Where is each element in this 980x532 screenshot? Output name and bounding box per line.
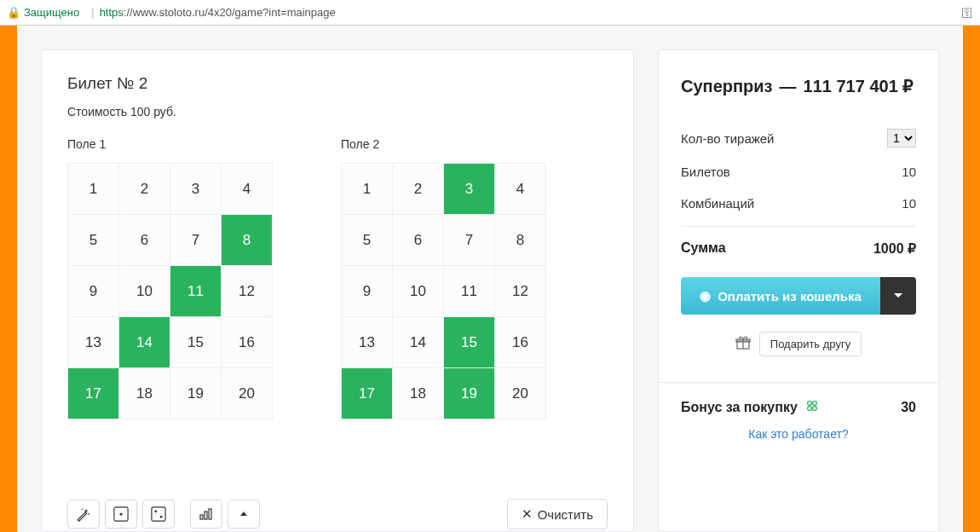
chevron-down-icon [893,292,903,299]
field-2-grid: 1234567891011121314151617181920 [341,163,546,419]
clear-label: Очистить [538,507,593,522]
gift-row: Подарить другу [681,332,916,356]
number-cell[interactable]: 8 [495,215,546,266]
clover-icon [804,398,820,417]
dice-1-button[interactable] [105,500,137,529]
combos-row: Комбинаций 10 [681,188,916,219]
number-cell[interactable]: 1 [68,164,119,215]
draws-row: Кол-во тиражей 1 [681,120,916,156]
draws-label: Кол-во тиражей [681,131,775,146]
total-value: 1000 ₽ [873,240,916,257]
number-cell[interactable]: 17 [68,368,119,419]
total-label: Сумма [681,240,726,257]
number-cell[interactable]: 10 [393,266,444,317]
close-icon: ✕ [522,506,533,522]
svg-point-3 [154,510,157,512]
number-cell[interactable]: 13 [68,317,119,368]
stats-button[interactable] [190,500,222,529]
number-cell[interactable]: 7 [170,215,222,266]
number-cell[interactable]: 18 [119,368,170,419]
number-cell[interactable]: 9 [68,266,119,317]
caret-up-button[interactable] [228,500,260,529]
key-icon[interactable]: ⚿ [961,6,973,20]
magic-wand-button[interactable] [67,500,100,529]
tickets-label: Билетов [681,165,730,179]
ticket-toolbar: ✕ Очистить [67,499,608,531]
number-cell[interactable]: 14 [119,317,170,368]
lock-icon: 🔒 [7,6,20,19]
how-it-works-link[interactable]: Как это работает? [681,427,916,441]
number-cell[interactable]: 2 [393,164,444,215]
number-cell[interactable]: 19 [444,368,495,419]
number-cell[interactable]: 14 [393,317,444,368]
wallet-icon: ◉ [700,288,711,304]
fields-row: Поле 1 1234567891011121314151617181920 П… [67,137,608,419]
number-cell[interactable]: 1 [342,164,393,215]
gift-button[interactable]: Подарить другу [759,332,862,356]
number-cell[interactable]: 17 [342,368,393,419]
number-cell[interactable]: 13 [342,317,393,368]
divider [681,226,916,227]
bonus-box: Бонус за покупку 30 Как это работает? [659,382,938,441]
field-1-label: Поле 1 [67,137,273,151]
field-1-grid: 1234567891011121314151617181920 [67,163,273,419]
number-cell[interactable]: 2 [119,164,170,215]
number-cell[interactable]: 5 [342,215,393,266]
field-2-label: Поле 2 [341,137,546,151]
svg-rect-5 [200,515,203,519]
browser-address-bar: 🔒 Защищено | https://www.stoloto.ru/4x20… [0,0,980,26]
summary-sidebar: Суперприз — 111 717 401 ₽ Кол-во тиражей… [658,49,939,532]
number-cell[interactable]: 4 [222,164,273,215]
number-cell[interactable]: 5 [68,215,119,266]
number-cell[interactable]: 18 [393,368,444,419]
svg-rect-7 [209,509,211,519]
svg-point-10 [807,402,811,406]
number-cell[interactable]: 8 [222,215,273,266]
ticket-card: Билет № 2 Стоимость 100 руб. Поле 1 1234… [41,49,634,532]
svg-point-12 [807,407,811,411]
bonus-value: 30 [901,400,916,415]
field-1: Поле 1 1234567891011121314151617181920 [67,137,273,419]
number-cell[interactable]: 4 [495,164,546,215]
total-row: Сумма 1000 ₽ [681,230,916,277]
number-cell[interactable]: 20 [495,368,546,419]
url-divider: | [91,6,94,19]
number-cell[interactable]: 7 [444,215,495,266]
clear-button[interactable]: ✕ Очистить [507,499,608,529]
pay-button[interactable]: ◉ Оплатить из кошелька [681,277,880,315]
svg-point-4 [160,516,163,518]
number-cell[interactable]: 12 [222,266,273,317]
pay-row: ◉ Оплатить из кошелька [681,277,916,315]
svg-rect-6 [205,512,207,519]
number-cell[interactable]: 6 [393,215,444,266]
number-cell[interactable]: 15 [170,317,222,368]
tickets-row: Билетов 10 [681,156,916,188]
number-cell[interactable]: 16 [495,317,546,368]
dice-2-button[interactable] [142,500,175,529]
page-url[interactable]: https://www.stoloto.ru/4x20/game?int=mai… [100,6,336,19]
number-cell[interactable]: 9 [342,266,393,317]
jackpot-amount: 111 717 401 ₽ [804,76,914,96]
svg-rect-2 [152,507,165,521]
number-cell[interactable]: 19 [170,368,222,419]
number-cell[interactable]: 11 [444,266,495,317]
number-cell[interactable]: 16 [222,317,273,368]
gift-icon [735,336,751,353]
secure-label: Защищено [24,6,79,19]
number-cell[interactable]: 12 [495,266,546,317]
number-cell[interactable]: 15 [444,317,495,368]
number-cell[interactable]: 3 [170,164,222,215]
ticket-cost: Стоимость 100 руб. [67,105,608,119]
number-cell[interactable]: 3 [444,164,495,215]
number-cell[interactable]: 6 [119,215,170,266]
svg-point-1 [119,512,122,515]
pay-dropdown-button[interactable] [880,277,916,315]
number-cell[interactable]: 10 [119,266,170,317]
draws-select[interactable]: 1 [887,129,916,147]
bonus-label: Бонус за покупку [681,400,798,415]
combos-label: Комбинаций [681,196,754,211]
field-2: Поле 2 1234567891011121314151617181920 [341,137,546,419]
number-cell[interactable]: 11 [170,266,222,317]
jackpot-label: Суперприз [681,77,773,96]
number-cell[interactable]: 20 [222,368,273,419]
